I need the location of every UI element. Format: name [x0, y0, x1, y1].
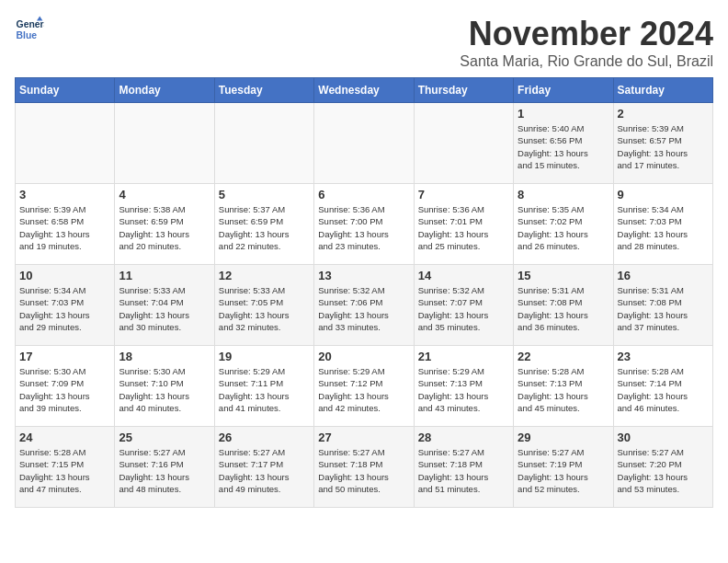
day-info: Sunrise: 5:27 AMSunset: 7:18 PMDaylight:… — [418, 446, 509, 495]
day-info-line: and 23 minutes. — [318, 241, 381, 251]
day-info: Sunrise: 5:27 AMSunset: 7:19 PMDaylight:… — [518, 446, 609, 495]
day-info-line: Sunrise: 5:33 AM — [119, 285, 185, 295]
calendar-table: SundayMondayTuesdayWednesdayThursdayFrid… — [15, 77, 713, 508]
day-info: Sunrise: 5:29 AMSunset: 7:12 PMDaylight:… — [318, 365, 409, 414]
day-number: 27 — [318, 431, 409, 444]
day-number: 14 — [418, 269, 509, 282]
calendar-cell: 2Sunrise: 5:39 AMSunset: 6:57 PMDaylight… — [613, 103, 712, 184]
day-number: 9 — [618, 188, 709, 201]
day-info-line: Sunset: 6:59 PM — [219, 216, 283, 226]
day-info-line: and 19 minutes. — [19, 241, 82, 251]
day-info-line: Sunset: 7:13 PM — [518, 378, 582, 388]
day-info-line: Sunset: 7:12 PM — [318, 378, 382, 388]
day-info-line: Sunrise: 5:34 AM — [19, 285, 85, 295]
day-info-line: Sunrise: 5:29 AM — [219, 366, 285, 376]
day-info-line: and 40 minutes. — [119, 403, 181, 413]
day-info-line: Daylight: 13 hours — [318, 310, 389, 320]
day-info-line: Sunset: 7:14 PM — [618, 378, 682, 388]
day-info-line: Sunset: 6:57 PM — [618, 135, 682, 145]
day-info-line: and 17 minutes. — [618, 160, 680, 170]
day-info-line: Daylight: 13 hours — [418, 472, 489, 482]
day-number: 23 — [618, 350, 709, 363]
calendar-cell: 26Sunrise: 5:27 AMSunset: 7:17 PMDayligh… — [214, 427, 313, 508]
day-info-line: Daylight: 13 hours — [19, 310, 90, 320]
day-info: Sunrise: 5:38 AMSunset: 6:59 PMDaylight:… — [119, 203, 210, 252]
day-info: Sunrise: 5:34 AMSunset: 7:03 PMDaylight:… — [19, 284, 110, 333]
day-info-line: Sunrise: 5:32 AM — [318, 285, 384, 295]
day-info: Sunrise: 5:33 AMSunset: 7:04 PMDaylight:… — [119, 284, 210, 333]
day-info-line: Sunrise: 5:28 AM — [19, 447, 85, 457]
weekday-header: Thursday — [414, 78, 513, 103]
weekday-header: Monday — [115, 78, 214, 103]
title-block: November 2024 Santa Maria, Rio Grande do… — [460, 15, 713, 70]
calendar-cell: 18Sunrise: 5:30 AMSunset: 7:10 PMDayligh… — [115, 346, 214, 427]
day-number: 15 — [518, 269, 609, 282]
day-info-line: Sunset: 7:04 PM — [119, 297, 183, 307]
calendar-cell: 15Sunrise: 5:31 AMSunset: 7:08 PMDayligh… — [514, 265, 613, 346]
day-info-line: Daylight: 13 hours — [518, 229, 588, 239]
day-info-line: Sunset: 7:18 PM — [318, 459, 382, 469]
day-info-line: and 25 minutes. — [418, 241, 481, 251]
calendar-cell — [16, 103, 115, 184]
day-info-line: and 51 minutes. — [418, 484, 481, 494]
day-number: 25 — [119, 431, 210, 444]
day-info-line: Sunrise: 5:36 AM — [418, 204, 484, 214]
calendar-cell: 25Sunrise: 5:27 AMSunset: 7:16 PMDayligh… — [115, 427, 214, 508]
calendar-cell: 4Sunrise: 5:38 AMSunset: 6:59 PMDaylight… — [115, 184, 214, 265]
day-info-line: and 42 minutes. — [318, 403, 381, 413]
weekday-header: Wednesday — [314, 78, 414, 103]
location-subtitle: Santa Maria, Rio Grande do Sul, Brazil — [460, 53, 713, 70]
calendar-cell: 20Sunrise: 5:29 AMSunset: 7:12 PMDayligh… — [314, 346, 414, 427]
day-info-line: Sunset: 7:06 PM — [318, 297, 382, 307]
calendar-cell: 10Sunrise: 5:34 AMSunset: 7:03 PMDayligh… — [16, 265, 115, 346]
day-info-line: Sunrise: 5:30 AM — [119, 366, 185, 376]
calendar-cell: 7Sunrise: 5:36 AMSunset: 7:01 PMDaylight… — [414, 184, 513, 265]
day-info-line: Sunset: 7:19 PM — [518, 459, 582, 469]
day-number: 29 — [518, 431, 609, 444]
calendar-cell: 23Sunrise: 5:28 AMSunset: 7:14 PMDayligh… — [613, 346, 712, 427]
day-info-line: Sunrise: 5:28 AM — [618, 366, 684, 376]
day-info-line: Daylight: 13 hours — [518, 310, 588, 320]
calendar-cell: 1Sunrise: 5:40 AMSunset: 6:56 PMDaylight… — [514, 103, 613, 184]
weekday-header: Saturday — [613, 78, 712, 103]
day-info-line: Daylight: 13 hours — [618, 229, 688, 239]
day-info-line: and 32 minutes. — [219, 322, 281, 332]
day-info-line: Daylight: 13 hours — [19, 391, 90, 401]
day-info: Sunrise: 5:30 AMSunset: 7:09 PMDaylight:… — [19, 365, 110, 414]
day-info-line: Sunrise: 5:36 AM — [318, 204, 384, 214]
day-info: Sunrise: 5:28 AMSunset: 7:13 PMDaylight:… — [518, 365, 609, 414]
day-info: Sunrise: 5:30 AMSunset: 7:10 PMDaylight:… — [119, 365, 210, 414]
day-info-line: Daylight: 13 hours — [618, 391, 688, 401]
day-number: 28 — [418, 431, 509, 444]
day-info-line: Daylight: 13 hours — [318, 229, 389, 239]
day-info-line: Daylight: 13 hours — [418, 229, 489, 239]
day-info-line: and 48 minutes. — [119, 484, 181, 494]
day-info-line: Daylight: 13 hours — [618, 472, 688, 482]
day-number: 26 — [219, 431, 310, 444]
day-info-line: and 53 minutes. — [618, 484, 680, 494]
calendar-cell: 13Sunrise: 5:32 AMSunset: 7:06 PMDayligh… — [314, 265, 414, 346]
weekday-header: Sunday — [16, 78, 115, 103]
day-info-line: Sunrise: 5:27 AM — [618, 447, 684, 457]
day-info: Sunrise: 5:27 AMSunset: 7:16 PMDaylight:… — [119, 446, 210, 495]
calendar-cell: 9Sunrise: 5:34 AMSunset: 7:03 PMDaylight… — [613, 184, 712, 265]
day-info-line: Sunrise: 5:31 AM — [518, 285, 584, 295]
day-info-line: Daylight: 13 hours — [119, 310, 189, 320]
day-number: 8 — [518, 188, 609, 201]
day-info-line: Sunset: 7:08 PM — [618, 297, 682, 307]
calendar-cell: 16Sunrise: 5:31 AMSunset: 7:08 PMDayligh… — [613, 265, 712, 346]
day-info: Sunrise: 5:31 AMSunset: 7:08 PMDaylight:… — [618, 284, 709, 333]
day-number: 16 — [618, 269, 709, 282]
day-info-line: Sunset: 6:56 PM — [518, 135, 582, 145]
day-info: Sunrise: 5:39 AMSunset: 6:58 PMDaylight:… — [19, 203, 110, 252]
day-number: 18 — [119, 350, 210, 363]
month-title: November 2024 — [460, 15, 713, 53]
day-info-line: Daylight: 13 hours — [518, 391, 588, 401]
calendar-cell: 30Sunrise: 5:27 AMSunset: 7:20 PMDayligh… — [613, 427, 712, 508]
day-info-line: Sunset: 7:02 PM — [518, 216, 582, 226]
day-info-line: Sunrise: 5:28 AM — [518, 366, 584, 376]
day-info-line: Sunrise: 5:37 AM — [219, 204, 285, 214]
day-info-line: Sunset: 7:17 PM — [219, 459, 283, 469]
day-info-line: Sunset: 7:09 PM — [19, 378, 84, 388]
day-info-line: Daylight: 13 hours — [518, 472, 588, 482]
